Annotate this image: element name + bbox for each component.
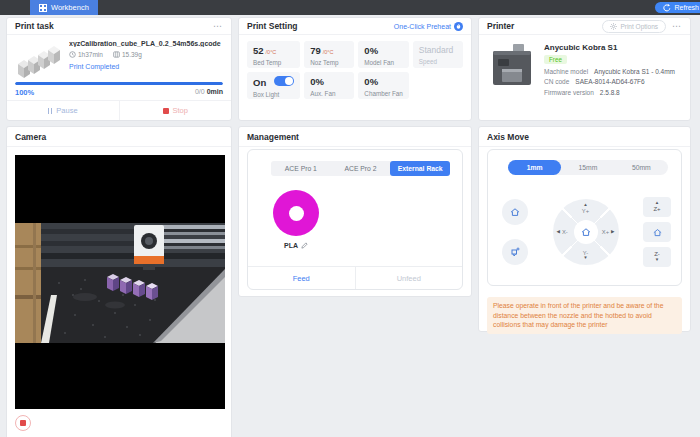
unfeed-button[interactable]: Unfeed bbox=[355, 267, 463, 289]
machine-model-row: Machine model Anycubic Kobra S1 - 0.4mm bbox=[544, 68, 682, 75]
bed-temp-value: 52 bbox=[253, 45, 264, 56]
duration-value: 1h37min bbox=[78, 51, 103, 58]
x-plus-button[interactable]: X+ ▶ bbox=[602, 229, 615, 235]
record-stop-button[interactable] bbox=[15, 415, 31, 431]
refresh-label: Refresh bbox=[674, 4, 699, 11]
aux-fan-label: Aux. Fan bbox=[310, 90, 348, 97]
nozzle-temp-target: /0°C bbox=[323, 49, 334, 55]
tab-workbench[interactable]: Workbench bbox=[30, 0, 98, 15]
one-click-preheat-button[interactable]: One-Click Preheat bbox=[394, 22, 463, 31]
print-setting-panel: Print Setting One-Click Preheat 52/0°C B… bbox=[238, 17, 472, 121]
weight-value: 15.39g bbox=[122, 51, 142, 58]
box-light-card[interactable]: On Box Light bbox=[247, 72, 300, 99]
camera-frame bbox=[15, 155, 225, 409]
z-plus-label: Z+ bbox=[653, 206, 660, 213]
step-15mm[interactable]: 15mm bbox=[561, 160, 614, 175]
down-arrow-icon: ▼ bbox=[583, 256, 587, 261]
home-xy-button[interactable] bbox=[574, 220, 598, 244]
speed-value: Standard bbox=[419, 45, 454, 55]
step-50mm[interactable]: 50mm bbox=[615, 160, 668, 175]
step-1mm[interactable]: 1mm bbox=[508, 160, 561, 175]
model-fan-card[interactable]: 0% Model Fan bbox=[358, 41, 409, 68]
speed-label: Speed bbox=[419, 58, 457, 65]
cn-code-label: CN code bbox=[544, 78, 569, 85]
speed-card: Standard Speed bbox=[413, 41, 463, 68]
refresh-button[interactable]: Refresh bbox=[655, 2, 700, 13]
print-setting-title: Print Setting bbox=[247, 21, 298, 31]
edit-pencil-icon[interactable] bbox=[301, 242, 308, 249]
filament-spool[interactable] bbox=[273, 190, 319, 236]
time-left: 0min bbox=[207, 88, 223, 95]
print-duration: 1h37min bbox=[69, 51, 103, 58]
down-arrow-icon: ▼ bbox=[655, 258, 659, 263]
extrude-button[interactable] bbox=[502, 239, 528, 265]
management-title: Management bbox=[247, 132, 299, 142]
print-task-title: Print task bbox=[15, 21, 54, 31]
more-options-icon[interactable]: ⋯ bbox=[213, 21, 223, 31]
firmware-value: 2.5.8.8 bbox=[600, 89, 620, 96]
filament-weight: 15.39g bbox=[113, 51, 142, 58]
printer-more-icon[interactable]: ⋯ bbox=[672, 21, 682, 31]
preheat-flame-icon bbox=[454, 22, 463, 31]
record-stop-icon bbox=[20, 420, 26, 426]
bed-temp-card[interactable]: 52/0°C Bed Temp bbox=[247, 41, 300, 68]
aux-fan-value: 0% bbox=[310, 76, 324, 87]
machine-model-value: Anycubic Kobra S1 - 0.4mm bbox=[594, 68, 675, 75]
z-minus-button[interactable]: Z- ▼ bbox=[643, 247, 671, 267]
y-plus-button[interactable]: ▲ Y+ bbox=[582, 203, 589, 214]
feed-button[interactable]: Feed bbox=[248, 267, 355, 289]
camera-panel: Camera bbox=[6, 126, 232, 437]
print-options-button[interactable]: Print Options bbox=[602, 20, 666, 33]
chamber-fan-label: Chamber Fan bbox=[364, 90, 403, 97]
axis-move-panel: Axis Move 1mm 15mm 50mm bbox=[478, 126, 691, 332]
filament-icon bbox=[113, 51, 120, 58]
refresh-icon bbox=[663, 4, 671, 12]
y-minus-button[interactable]: Y- ▼ bbox=[583, 250, 588, 261]
layer-time-info: 0/00min bbox=[195, 88, 223, 97]
stop-button[interactable]: Stop bbox=[119, 101, 232, 120]
chamber-fan-card[interactable]: 0% Chamber Fan bbox=[358, 72, 409, 99]
tab-external-rack[interactable]: External Rack bbox=[390, 161, 450, 176]
stop-icon bbox=[163, 108, 169, 114]
axis-control-card: 1mm 15mm 50mm bbox=[487, 149, 682, 286]
tab-ace-pro-2[interactable]: ACE Pro 2 bbox=[331, 161, 391, 176]
cn-code-value: SAEA-8014-AD64-67F6 bbox=[575, 78, 644, 85]
camera-feed[interactable] bbox=[15, 155, 225, 409]
z-plus-button[interactable]: ▲ Z+ bbox=[643, 197, 671, 217]
x-minus-label: X- bbox=[562, 229, 568, 235]
x-minus-button[interactable]: ◀ X- bbox=[557, 229, 568, 235]
box-light-value: On bbox=[253, 77, 266, 88]
home-icon bbox=[509, 206, 521, 218]
pause-icon bbox=[48, 108, 53, 114]
model-thumbnail bbox=[15, 40, 63, 78]
print-options-label: Print Options bbox=[620, 23, 658, 30]
filament-card: ACE Pro 1 ACE Pro 2 External Rack PLA Fe… bbox=[247, 149, 463, 290]
nozzle-temp-label: Noz Temp bbox=[310, 59, 348, 66]
pause-label: Pause bbox=[56, 106, 77, 115]
stop-label: Stop bbox=[173, 106, 188, 115]
printer-image bbox=[489, 43, 535, 87]
aux-fan-card[interactable]: 0% Aux. Fan bbox=[304, 72, 354, 99]
gcode-filename: xyzCalibration_cube_PLA_0.2_54m56s.gcode bbox=[69, 40, 223, 47]
layer-counter: 0/0 bbox=[195, 88, 205, 95]
machine-model-label: Machine model bbox=[544, 68, 588, 75]
grid-icon bbox=[39, 4, 47, 12]
box-light-toggle[interactable] bbox=[274, 76, 294, 86]
tab-ace-pro-1[interactable]: ACE Pro 1 bbox=[271, 161, 331, 176]
pause-button[interactable]: Pause bbox=[7, 101, 119, 120]
model-fan-value: 0% bbox=[364, 45, 378, 56]
filament-type: PLA bbox=[256, 242, 336, 249]
spool-hole bbox=[289, 206, 304, 221]
status-badge: Free bbox=[544, 55, 567, 64]
chamber-fan-value: 0% bbox=[364, 76, 378, 87]
filament-type-label: PLA bbox=[284, 242, 298, 249]
x-plus-label: X+ bbox=[602, 229, 609, 235]
nozzle-temp-value: 79 bbox=[310, 45, 321, 56]
home-z-button[interactable] bbox=[643, 222, 671, 242]
nozzle-temp-card[interactable]: 79/0°C Noz Temp bbox=[304, 41, 354, 68]
progress-fill bbox=[15, 82, 223, 85]
box-light-label: Box Light bbox=[253, 91, 294, 98]
printer-name: Anycubic Kobra S1 bbox=[544, 43, 682, 52]
progress-percent: 100% bbox=[15, 88, 34, 97]
home-all-button[interactable] bbox=[502, 199, 528, 225]
